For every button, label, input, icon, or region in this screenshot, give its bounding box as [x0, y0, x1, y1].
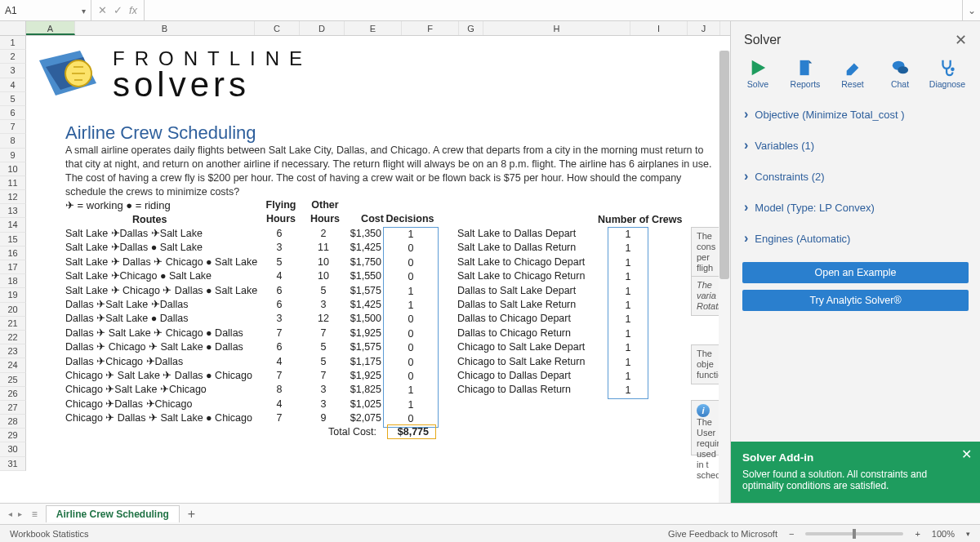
solve-button[interactable]: Solve — [739, 59, 777, 89]
logo: FRONTLINE solvers — [39, 47, 312, 104]
acc-objective[interactable]: Objective (Minimize Total_cost ) — [731, 99, 980, 130]
row-header[interactable]: 26 — [0, 387, 26, 401]
col-header[interactable]: A — [26, 21, 75, 35]
col-header[interactable]: D — [300, 21, 345, 35]
acc-variables[interactable]: Variables (1) — [731, 130, 980, 161]
zoom-chevron-icon[interactable]: ▾ — [966, 530, 970, 538]
fx-icon[interactable]: fx — [127, 4, 139, 16]
row-header[interactable]: 22 — [0, 331, 26, 344]
document-icon — [795, 59, 815, 77]
svg-rect-4 — [800, 60, 809, 75]
row-header[interactable]: 28 — [0, 415, 26, 429]
col-header[interactable]: H — [483, 21, 630, 35]
notif-title: Solver Add-in — [742, 451, 969, 464]
reset-button[interactable]: Reset — [834, 59, 871, 89]
diagnose-button[interactable]: Diagnose — [929, 59, 966, 89]
expand-formula-bar-icon[interactable]: ⌄ — [962, 0, 980, 20]
acc-constraints[interactable]: Constraints (2) — [731, 161, 980, 192]
row-header[interactable]: 17 — [0, 260, 26, 274]
try-analytic-button[interactable]: Try Analytic Solver® — [742, 290, 969, 311]
row-header[interactable]: 27 — [0, 401, 26, 415]
row-header[interactable]: 5 — [0, 92, 26, 106]
col-head-hours1: Hours — [256, 213, 305, 224]
col-header[interactable]: G — [459, 21, 483, 35]
spreadsheet-grid[interactable]: ABCDEFGHIJ 12345678910111213141516171819… — [0, 21, 731, 503]
row-header[interactable]: 4 — [0, 78, 26, 92]
close-icon[interactable]: ✕ — [955, 31, 967, 49]
status-left[interactable]: Workbook Statistics — [10, 529, 88, 539]
sheet-tab[interactable]: Airline Crew Scheduling — [46, 505, 180, 522]
all-sheets-icon[interactable]: ≡ — [32, 509, 38, 520]
notif-close-icon[interactable]: ✕ — [961, 446, 972, 462]
col-head-numcrews: Number of Crews — [598, 214, 683, 225]
row-header[interactable]: 18 — [0, 274, 26, 288]
zoom-value[interactable]: 100% — [932, 529, 955, 539]
row-header[interactable]: 12 — [0, 190, 26, 204]
svg-marker-3 — [752, 60, 766, 75]
acc-engines[interactable]: Engines (Automatic) — [731, 223, 980, 254]
row-header[interactable]: 13 — [0, 204, 26, 218]
info-icon: i — [697, 404, 710, 417]
row-header[interactable]: 25 — [0, 373, 26, 387]
logo-icon — [39, 51, 105, 101]
col-header[interactable]: C — [255, 21, 300, 35]
svg-point-8 — [898, 66, 908, 73]
row-header[interactable]: 16 — [0, 247, 26, 260]
row-header[interactable]: 23 — [0, 344, 26, 358]
cancel-icon[interactable]: ✕ — [96, 4, 109, 16]
flying-hours-col: 63546637647847 — [255, 227, 304, 426]
zoom-minus-icon[interactable]: − — [789, 529, 794, 539]
col-header[interactable]: J — [688, 21, 720, 35]
reports-button[interactable]: Reports — [786, 59, 824, 89]
formula-bar-buttons: ✕ ✓ fx — [91, 0, 145, 20]
row-header[interactable]: 29 — [0, 429, 26, 442]
col-header[interactable]: F — [402, 21, 459, 35]
notification-banner: ✕ Solver Add-in Solver found a solution.… — [731, 442, 980, 503]
row-header[interactable]: 11 — [0, 176, 26, 190]
panel-toolbar: Solve Reports Reset Chat Diagnose — [731, 54, 980, 97]
stethoscope-icon — [938, 59, 957, 77]
row-header[interactable]: 2 — [0, 50, 26, 64]
vertical-scrollbar[interactable] — [719, 51, 730, 503]
row-header[interactable]: 3 — [0, 64, 26, 78]
add-sheet-icon[interactable]: + — [188, 507, 195, 522]
row-header[interactable]: 6 — [0, 106, 26, 120]
formula-input[interactable] — [145, 0, 962, 20]
row-header[interactable]: 21 — [0, 317, 26, 331]
feedback-link[interactable]: Give Feedback to Microsoft — [668, 529, 777, 539]
column-headers: ABCDEFGHIJ — [0, 21, 730, 36]
col-header[interactable]: I — [630, 21, 688, 35]
row-header[interactable]: 31 — [0, 457, 26, 471]
row-header[interactable]: 1 — [0, 36, 26, 50]
decisions-box: 10001100000110 — [383, 227, 439, 428]
chevron-down-icon[interactable]: ▾ — [82, 7, 86, 16]
name-box[interactable]: A1 ▾ — [0, 0, 91, 20]
col-header[interactable]: E — [345, 21, 402, 35]
solver-panel: Solver ✕ Solve Reports Reset Chat Di — [731, 21, 980, 503]
col-head-hours2: Hours — [301, 213, 350, 224]
row-header[interactable]: 20 — [0, 303, 26, 317]
col-header[interactable]: B — [75, 21, 255, 35]
row-header[interactable]: 9 — [0, 149, 26, 162]
total-cost-label: Total Cost: — [328, 426, 376, 438]
tab-nav-icons[interactable]: ◂ ▸ — [8, 509, 24, 518]
total-cost-value: $8,775 — [387, 424, 436, 439]
row-header[interactable]: 15 — [0, 233, 26, 247]
open-example-button[interactable]: Open an Example — [742, 262, 969, 283]
name-box-value: A1 — [5, 5, 17, 16]
description: A small airline operates daily flights b… — [65, 144, 719, 199]
row-header[interactable]: 10 — [0, 162, 26, 176]
eraser-icon — [843, 59, 862, 77]
row-header[interactable]: 7 — [0, 120, 26, 134]
row-header[interactable]: 24 — [0, 358, 26, 372]
row-header[interactable]: 19 — [0, 288, 26, 302]
chat-icon — [890, 59, 910, 77]
zoom-slider[interactable] — [805, 532, 903, 535]
row-header[interactable]: 30 — [0, 442, 26, 456]
acc-model[interactable]: Model (Type: LP Convex) — [731, 192, 980, 223]
enter-icon[interactable]: ✓ — [112, 4, 124, 16]
row-header[interactable]: 14 — [0, 218, 26, 232]
chat-button[interactable]: Chat — [881, 59, 919, 89]
row-header[interactable]: 8 — [0, 134, 26, 148]
zoom-plus-icon[interactable]: + — [915, 529, 920, 539]
